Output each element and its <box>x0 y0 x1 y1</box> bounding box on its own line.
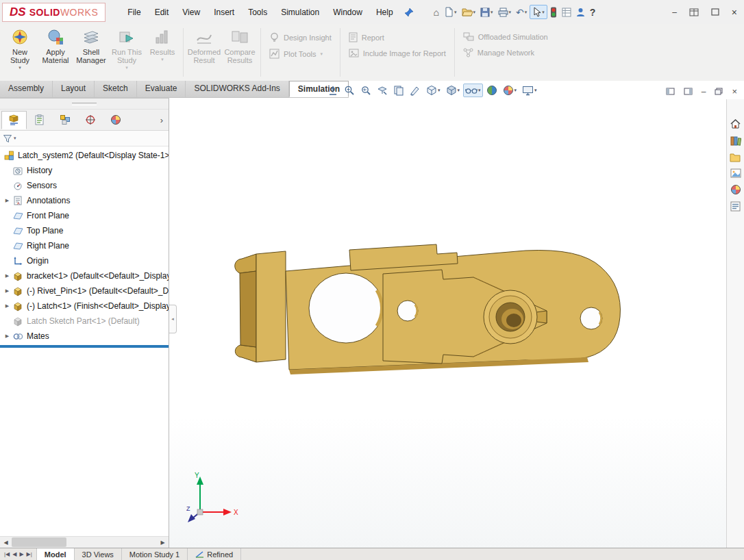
print-button[interactable]: ▾ <box>496 6 514 18</box>
scrollbar-thumb[interactable] <box>12 537 66 547</box>
offloaded-simulation-button[interactable]: Offloaded Simulation <box>463 32 548 42</box>
panel-collapse-handle[interactable]: ◂ <box>169 305 177 333</box>
hide-show-items-button[interactable]: ▾ <box>463 84 483 97</box>
displaymanager-tab[interactable] <box>103 111 128 129</box>
new-document-button[interactable]: ▾ <box>442 5 459 18</box>
menu-edit[interactable]: Edit <box>148 4 176 21</box>
minimize-button[interactable]: – <box>672 8 677 17</box>
dimxpertmanager-tab[interactable] <box>77 111 103 129</box>
new-study-button[interactable]: New Study ▾ <box>2 24 38 81</box>
bottom-tab-3d-views[interactable]: 3D Views <box>75 548 122 560</box>
include-image-for-report-button[interactable]: Include Image for Report <box>349 49 446 58</box>
bottom-tab-motion-study-1[interactable]: Motion Study 1 <box>122 548 188 560</box>
open-button[interactable]: ▾ <box>460 6 478 18</box>
edit-appearance-button[interactable]: ▾ <box>501 83 519 98</box>
help-button[interactable]: ? <box>588 6 598 18</box>
last-tab-icon[interactable]: ▶| <box>27 551 32 557</box>
section-view-button[interactable] <box>375 83 390 98</box>
tab-sketch[interactable]: Sketch <box>95 81 137 97</box>
report-button[interactable]: Report <box>349 32 446 42</box>
tree-item-mates[interactable]: ▶ Mates <box>0 329 169 344</box>
scrollbar-track[interactable] <box>12 537 157 548</box>
plot-tools-button[interactable]: Plot Tools ▾ <box>269 49 332 59</box>
expander-icon[interactable]: ▶ <box>3 333 12 339</box>
pane-right-button[interactable] <box>684 88 693 95</box>
rollback-bar[interactable] <box>0 345 169 348</box>
panel-tabs-expand-button[interactable]: › <box>156 115 167 125</box>
login-button[interactable] <box>574 6 587 18</box>
pin-menu-icon[interactable] <box>404 8 414 17</box>
pane-left-button[interactable] <box>666 88 675 95</box>
restore-button[interactable] <box>689 8 699 16</box>
tab-solidworks-add-ins[interactable]: SOLIDWORKS Add-Ins <box>186 81 288 97</box>
home-button[interactable]: ⌂ <box>432 6 441 18</box>
run-this-study-button[interactable]: Run This Study ▾ <box>109 24 145 81</box>
expander-icon[interactable]: ▶ <box>3 288 12 294</box>
menu-file[interactable]: File <box>121 4 147 21</box>
pages-button[interactable] <box>391 83 406 98</box>
menu-window[interactable]: Window <box>326 4 369 21</box>
propertymanager-tab[interactable] <box>27 111 52 129</box>
view-settings-button[interactable]: ▾ <box>520 84 539 98</box>
apply-scene-button[interactable] <box>484 83 499 98</box>
doc-close-button[interactable]: × <box>732 86 737 97</box>
display-style-button[interactable]: ▾ <box>444 83 462 98</box>
zoom-to-area-button[interactable] <box>342 83 357 98</box>
menu-simulation[interactable]: Simulation <box>274 4 326 21</box>
tree-item-right-plane[interactable]: Right Plane <box>0 238 169 253</box>
expander-icon[interactable]: ▶ <box>3 273 12 279</box>
save-button[interactable]: ▾ <box>478 6 495 18</box>
panel-splitter-grip[interactable] <box>0 99 169 110</box>
deformed-result-button[interactable]: Deformed Result <box>186 24 222 81</box>
bottom-tab-refined[interactable]: Refined <box>188 548 241 560</box>
menu-tools[interactable]: Tools <box>241 4 274 21</box>
tab-assembly[interactable]: Assembly <box>0 81 53 97</box>
tree-root-assembly[interactable]: Latch_system2 (Default<Display State-1>) <box>0 148 169 163</box>
apply-material-button[interactable]: Apply Material <box>38 24 73 81</box>
custom-properties-button[interactable] <box>730 201 741 212</box>
menu-help[interactable]: Help <box>369 4 400 21</box>
tree-item-front-plane[interactable]: Front Plane <box>0 208 169 223</box>
bottom-tab-model[interactable]: Model <box>37 548 75 560</box>
zoom-to-fit-button[interactable] <box>325 83 340 98</box>
select-button[interactable]: ▾ <box>530 5 547 19</box>
menu-view[interactable]: View <box>175 4 207 21</box>
expander-icon[interactable]: ▶ <box>3 303 12 309</box>
tree-item-rivet-pin[interactable]: ▶ (-) Rivet_Pin<1> (Default<<Default>_Di… <box>0 283 169 298</box>
tree-item-sensors[interactable]: Sensors <box>0 178 169 193</box>
design-library-button[interactable] <box>730 136 741 147</box>
close-button[interactable]: × <box>732 7 737 18</box>
first-tab-icon[interactable]: |◀ <box>4 551 10 557</box>
file-explorer-button[interactable] <box>730 153 741 162</box>
design-insight-button[interactable]: Design Insight <box>269 32 332 42</box>
tab-layout[interactable]: Layout <box>53 81 95 97</box>
configurationmanager-tab[interactable] <box>52 111 77 129</box>
maximize-button[interactable] <box>711 8 719 16</box>
sketch-tools-button[interactable] <box>408 83 423 98</box>
appearances-button[interactable] <box>730 184 741 195</box>
rebuild-button[interactable] <box>548 5 559 19</box>
view-palette-button[interactable] <box>730 168 741 178</box>
tree-item-bracket[interactable]: ▶ bracket<1> (Default<<Default>_Display … <box>0 268 169 283</box>
tab-evaluate[interactable]: Evaluate <box>137 81 186 97</box>
tree-item-top-plane[interactable]: Top Plane <box>0 223 169 238</box>
undo-button[interactable]: ↶▾ <box>514 6 529 18</box>
graphics-area[interactable]: ▾ ▾ ▾ ▾ ▾ – × <box>169 81 744 548</box>
tree-item-history[interactable]: History <box>0 163 169 178</box>
featuremanager-tab[interactable] <box>1 111 27 129</box>
menu-insert[interactable]: Insert <box>207 4 241 21</box>
tree-filter[interactable]: ▾ <box>0 131 169 147</box>
model-latch-assembly[interactable]: Y X Z <box>169 81 744 548</box>
options-button[interactable] <box>560 6 573 18</box>
scroll-right-icon[interactable]: ▶ <box>157 539 169 546</box>
tree-item-latch[interactable]: ▶ (-) Latch<1> (Finish<<Default>_Display… <box>0 298 169 314</box>
manage-network-button[interactable]: Manage Network <box>463 48 548 58</box>
scroll-left-icon[interactable]: ◀ <box>0 539 12 546</box>
tree-item-origin[interactable]: Origin <box>0 253 169 268</box>
prev-tab-icon[interactable]: ◀ <box>12 551 16 557</box>
taskpane-home-button[interactable] <box>730 118 741 129</box>
tree-item-latch-sketch-part[interactable]: Latch Sketch Part<1> (Default) <box>0 314 169 329</box>
previous-view-button[interactable] <box>358 83 373 98</box>
next-tab-icon[interactable]: ▶ <box>19 551 23 557</box>
compare-results-button[interactable]: Compare Results <box>222 24 258 81</box>
